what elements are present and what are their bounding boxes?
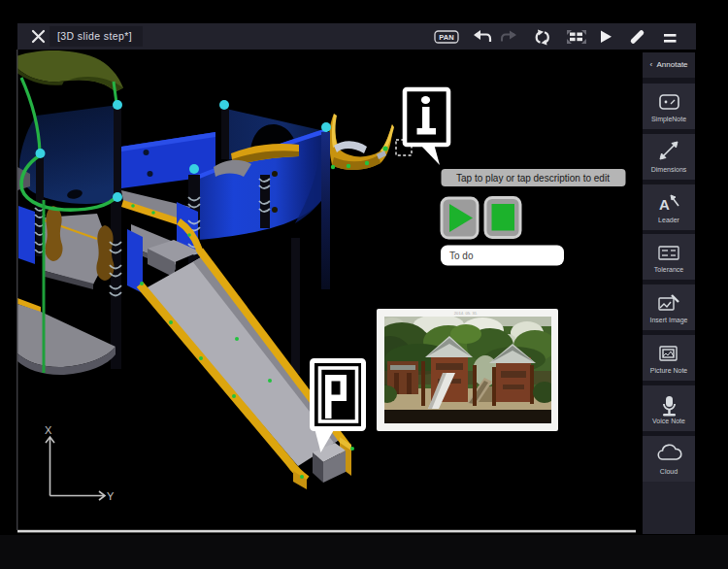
svg-text:A: A: [659, 196, 670, 213]
svg-text:To do: To do: [449, 251, 474, 261]
svg-text:Tap to play or tap description: Tap to play or tap description to edit: [456, 173, 610, 184]
svg-text:2014. 05. 31.: 2014. 05. 31.: [454, 311, 478, 316]
